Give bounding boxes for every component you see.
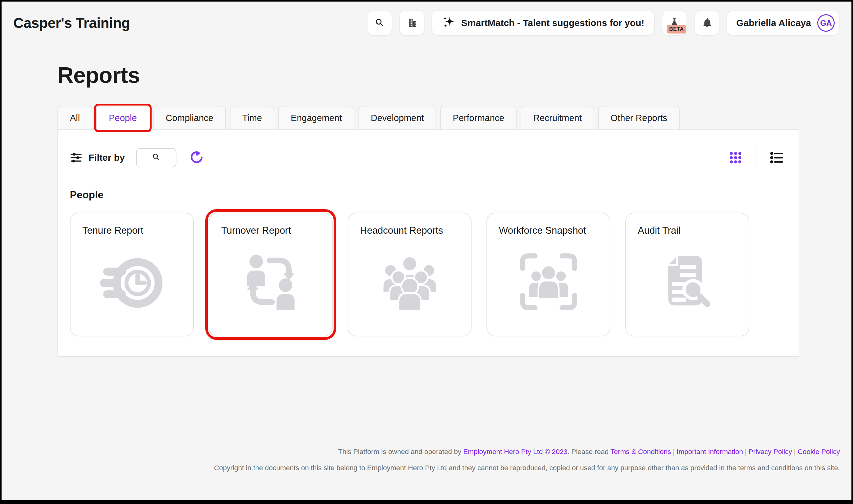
- page-footer: This Platform is owned and operated by E…: [2, 444, 851, 500]
- filter-sliders-icon: [69, 151, 83, 164]
- card-title: Audit Trail: [638, 225, 737, 236]
- grid-view-icon: [728, 150, 743, 165]
- card-audit-trail[interactable]: Audit Trail: [625, 213, 749, 337]
- card-turnover-report[interactable]: Turnover Report: [209, 213, 333, 337]
- card-title: Headcount Reports: [360, 225, 459, 236]
- tab-other-reports[interactable]: Other Reports: [598, 106, 680, 130]
- headcount-crowd-icon: [376, 248, 443, 316]
- footer-legal-line: This Platform is owned and operated by E…: [2, 444, 840, 460]
- tenure-clock-icon: [98, 248, 166, 316]
- footer-link-important-information[interactable]: Important Information: [677, 448, 743, 455]
- user-name: Gabriella Alicaya: [736, 18, 811, 28]
- section-heading: People: [69, 189, 784, 201]
- card-title: Workforce Snapshot: [499, 225, 598, 236]
- footer-text: . Please read: [568, 448, 610, 455]
- footer-link-employment-hero-pty-ltd-2023[interactable]: Employment Hero Pty Ltd © 2023: [463, 448, 568, 455]
- workforce-snapshot-icon: [515, 248, 582, 316]
- search-icon: [151, 152, 161, 164]
- page-title: Reports: [57, 62, 799, 88]
- footer-link-terms-conditions[interactable]: Terms & Conditions: [610, 448, 671, 455]
- search-button[interactable]: [367, 11, 392, 35]
- avatar: GA: [817, 14, 835, 32]
- smartmatch-label: SmartMatch - Talent suggestions for you!: [461, 18, 645, 28]
- tab-development[interactable]: Development: [359, 106, 436, 130]
- reports-toolbar: Filter by: [69, 146, 784, 170]
- smartmatch-button[interactable]: SmartMatch - Talent suggestions for you!: [432, 11, 655, 35]
- grid-view-button[interactable]: [728, 150, 743, 165]
- user-menu[interactable]: Gabriella Alicaya GA: [727, 11, 839, 35]
- footer-link-cookie-policy[interactable]: Cookie Policy: [798, 448, 840, 455]
- tab-engagement[interactable]: Engagement: [278, 106, 354, 130]
- card-tenure-report[interactable]: Tenure Report: [70, 213, 194, 337]
- reports-search-input[interactable]: [136, 148, 176, 167]
- footer-link-privacy-policy[interactable]: Privacy Policy: [749, 448, 792, 455]
- highlight-annotation: [94, 104, 151, 132]
- reports-panel: Filter by: [57, 129, 799, 357]
- reset-filters-button[interactable]: [190, 150, 204, 165]
- tab-all[interactable]: All: [57, 106, 92, 130]
- footer-separator: |: [792, 448, 798, 455]
- app-title: Casper's Training: [13, 15, 130, 31]
- search-icon: [374, 17, 385, 30]
- report-category-tabs: AllPeopleComplianceTimeEngagementDevelop…: [57, 106, 799, 130]
- footer-separator: |: [671, 448, 677, 455]
- report-cards: Tenure ReportTurnover ReportHeadcount Re…: [69, 213, 784, 337]
- refresh-icon: [190, 150, 204, 165]
- beta-badge: BETA: [667, 25, 686, 34]
- notifications-button[interactable]: [695, 11, 719, 35]
- sparkles-icon: [442, 15, 456, 31]
- bell-icon: [701, 17, 713, 30]
- card-workforce-snapshot[interactable]: Workforce Snapshot: [486, 213, 610, 337]
- tab-compliance[interactable]: Compliance: [154, 106, 226, 130]
- list-view-button[interactable]: [769, 150, 784, 165]
- top-bar: Casper's Training SmartMatch - Talent su…: [2, 2, 851, 35]
- footer-copyright-line: Copyright in the documents on this site …: [2, 460, 840, 476]
- main-content: Reports AllPeopleComplianceTimeEngagemen…: [2, 35, 851, 444]
- tab-performance[interactable]: Performance: [440, 106, 517, 130]
- tab-people[interactable]: People: [96, 106, 149, 130]
- buildings-icon: [406, 17, 418, 30]
- audit-trail-icon: [654, 248, 721, 316]
- organisation-button[interactable]: [400, 11, 424, 35]
- view-toggle-divider: [756, 146, 756, 170]
- card-headcount-reports[interactable]: Headcount Reports: [348, 213, 472, 337]
- tab-recruitment[interactable]: Recruitment: [521, 106, 594, 130]
- filter-by-label: Filter by: [89, 152, 125, 163]
- footer-separator: |: [743, 448, 749, 455]
- list-view-icon: [769, 150, 784, 165]
- card-title: Tenure Report: [82, 225, 181, 236]
- footer-text: This Platform is owned and operated by: [338, 448, 463, 455]
- view-controls: [728, 146, 784, 170]
- tab-time[interactable]: Time: [230, 106, 274, 130]
- top-bar-actions: SmartMatch - Talent suggestions for you!…: [367, 11, 839, 35]
- turnover-cycle-icon: [237, 248, 305, 316]
- labs-button[interactable]: BETA: [662, 11, 686, 35]
- card-title: Turnover Report: [221, 225, 320, 236]
